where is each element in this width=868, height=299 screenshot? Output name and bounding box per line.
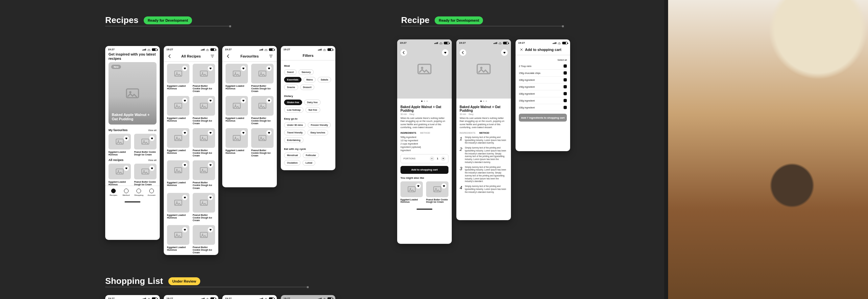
recipe-card[interactable]: Eggplant Loaded Hummus <box>167 64 189 93</box>
favourite-toggle[interactable] <box>241 66 246 71</box>
filter-chip[interactable]: Luteal <box>303 160 315 166</box>
back-button[interactable] <box>460 49 466 56</box>
view-all-link[interactable]: View all <box>148 129 156 131</box>
filter-chip[interactable]: Under 30 mins <box>284 122 306 128</box>
portion-increase[interactable]: + <box>441 156 445 161</box>
screen-recipe-method[interactable]: 19:27 Baked Apple Walnut + Oat Pudding 3… <box>456 39 511 220</box>
recipe-card[interactable]: Eggplant Loaded Hummus <box>167 225 189 254</box>
screen-add-to-cart[interactable]: 19:27 Add to shopping cart Select all 2 … <box>516 39 570 151</box>
tab-account[interactable]: Account <box>145 189 158 196</box>
tab-method[interactable]: Method <box>120 189 133 196</box>
tab-shopping[interactable]: Shopping <box>132 189 145 196</box>
checkbox-icon[interactable] <box>563 85 567 88</box>
cart-item[interactable]: 150g ingredient <box>519 97 567 104</box>
filter-chip[interactable]: Sweet <box>284 69 297 75</box>
tab-ingredients[interactable]: INGREDIENTS <box>460 132 475 134</box>
filter-chip[interactable]: Nut free <box>305 107 320 113</box>
checkbox-icon[interactable] <box>563 78 567 81</box>
filter-icon[interactable] <box>268 54 274 59</box>
favourite-toggle[interactable] <box>182 227 187 232</box>
close-icon[interactable] <box>519 47 524 52</box>
filter-chip[interactable]: Salads <box>318 77 331 82</box>
recipe-card[interactable]: Eggplant Loaded Hummus <box>108 164 131 186</box>
cart-item[interactable]: 150g ingredient <box>519 84 567 90</box>
portion-decrease[interactable]: − <box>430 156 434 161</box>
filter-chip[interactable]: Follicular <box>303 153 319 158</box>
screen-recipes-home[interactable]: 19:27 Get inspired with you latest recip… <box>105 46 160 240</box>
recipe-card[interactable]: Peanut Butter Cookie Dough Ice Cream <box>193 193 215 222</box>
favourite-toggle[interactable] <box>182 66 187 71</box>
filter-chip[interactable]: Essentials <box>284 77 302 82</box>
favourite-button[interactable] <box>501 49 508 56</box>
filter-chip[interactable]: Ovulation <box>284 160 301 166</box>
filter-chip[interactable]: Savoury <box>299 69 314 75</box>
cart-item[interactable]: 100g ingredient <box>519 90 567 97</box>
favourite-toggle[interactable] <box>182 195 187 200</box>
recipe-card[interactable]: Peanut Butter Cookie Dough Ice Cream <box>134 134 156 156</box>
filter-chip[interactable]: Low fodmap <box>284 107 304 113</box>
recipe-card[interactable]: Eggplant Loaded Hummus <box>167 193 189 222</box>
select-all-row[interactable]: Select all <box>519 57 567 63</box>
screen-recipe-ingredients[interactable]: 19:27 Baked Apple Walnut + Oat Pudding 3… <box>397 39 452 244</box>
recipe-card[interactable]: Eggplant Loaded Hummus <box>225 128 248 157</box>
checkbox-icon[interactable] <box>563 64 567 68</box>
screen-shopping-1[interactable]: 19:27 Shopping List <box>105 295 160 299</box>
filter-chip[interactable]: Travel friendly <box>284 130 305 135</box>
checkbox-icon[interactable] <box>563 106 567 109</box>
add-ingredients-button[interactable]: Add 7 ingredients to shopping cart <box>519 114 567 122</box>
favourite-toggle[interactable] <box>208 66 213 71</box>
recipe-card[interactable]: Eggplant Loaded Hummus <box>400 181 423 203</box>
tab-ingredients[interactable]: INGREDIENTS <box>400 132 416 134</box>
checkbox-icon[interactable] <box>563 92 567 95</box>
favourite-toggle[interactable] <box>441 184 446 189</box>
recipe-card[interactable]: Peanut Butter Cookie Dough Ice Cream <box>426 181 448 203</box>
cart-item[interactable]: 2 Tbsp mirin <box>519 63 567 70</box>
filter-icon[interactable] <box>210 54 215 59</box>
filter-chip[interactable]: Snacks <box>284 85 298 90</box>
filter-chip[interactable]: Dessert <box>300 85 315 90</box>
cart-item[interactable]: 100g ingredient <box>519 104 567 111</box>
recipe-card[interactable]: Peanut Butter Cookie Dough Ice Cream <box>251 96 274 125</box>
filter-chip[interactable]: Gluten free <box>284 100 302 105</box>
favourite-toggle[interactable] <box>208 195 213 200</box>
cart-item[interactable]: 100g ingredient <box>519 76 567 84</box>
favourite-button[interactable] <box>442 49 448 56</box>
recipe-card[interactable]: Eggplant Loaded Hummus <box>167 160 189 189</box>
recipe-card[interactable]: Peanut Butter Cookie Dough Ice Cream <box>134 164 156 186</box>
add-to-cart-button[interactable]: Add to shopping cart <box>400 166 448 174</box>
hero-card[interactable]: New Baked Apple Walnut + Oat Pudding <box>108 62 156 125</box>
screen-favourites[interactable]: 19:27 Favourites Eggplant Loaded HummusP… <box>222 46 277 187</box>
screen-all-recipes[interactable]: 19:27 All Recipes Eggplant Loaded Hummus… <box>164 46 218 255</box>
tab-method[interactable]: METHOD <box>420 132 430 134</box>
favourite-toggle[interactable] <box>415 184 421 189</box>
back-icon[interactable] <box>225 54 231 59</box>
screen-filters[interactable]: 19:27 Filters MealSweetSavouryEssentials… <box>281 46 335 170</box>
recipe-card[interactable]: Peanut Butter Cookie Dough Ice Cream <box>251 128 274 157</box>
filter-chip[interactable]: Menstrual <box>284 153 301 158</box>
view-all-link[interactable]: View all <box>148 159 156 161</box>
recipe-card[interactable]: Eggplant Loaded Hummus <box>108 134 131 156</box>
filter-chip[interactable]: Entertaining <box>284 137 304 143</box>
recipe-card[interactable]: Peanut Butter Cookie Dough Ice Cream <box>251 64 274 93</box>
filter-chip[interactable]: Easy lunches <box>307 130 328 135</box>
recipe-card[interactable]: Peanut Butter Cookie Dough Ice Cream <box>193 64 215 93</box>
back-button[interactable] <box>400 49 407 56</box>
recipe-card[interactable]: Eggplant Loaded Hummus <box>225 64 248 93</box>
favourite-toggle[interactable] <box>208 227 213 232</box>
tab-method[interactable]: METHOD <box>479 132 489 134</box>
recipe-card[interactable]: Peanut Butter Cookie Dough Ice Cream <box>193 225 215 254</box>
checkbox-icon[interactable] <box>563 71 567 75</box>
screen-shopping-4-dim[interactable]: 19:27 Shopping List <box>281 295 335 299</box>
recipe-card[interactable]: Peanut Butter Cookie Dough Ice Cream <box>193 160 215 189</box>
checkbox-icon[interactable] <box>563 99 567 102</box>
filter-chip[interactable]: Dairy free <box>304 100 320 105</box>
screen-shopping-3[interactable]: 19:27 Shopping List <box>222 295 277 299</box>
favourite-toggle[interactable] <box>266 66 272 71</box>
filter-chip[interactable]: Mains <box>304 77 316 82</box>
cart-item[interactable]: 150g chocolate chips <box>519 70 567 76</box>
recipe-card[interactable]: Eggplant Loaded Hummus <box>167 128 189 157</box>
filter-chip[interactable]: Freezer friendly <box>308 122 331 128</box>
tab-recipes[interactable]: Recipes <box>107 189 120 196</box>
recipe-card[interactable]: Eggplant Loaded Hummus <box>225 96 248 125</box>
recipe-card[interactable]: Eggplant Loaded Hummus <box>167 96 189 125</box>
